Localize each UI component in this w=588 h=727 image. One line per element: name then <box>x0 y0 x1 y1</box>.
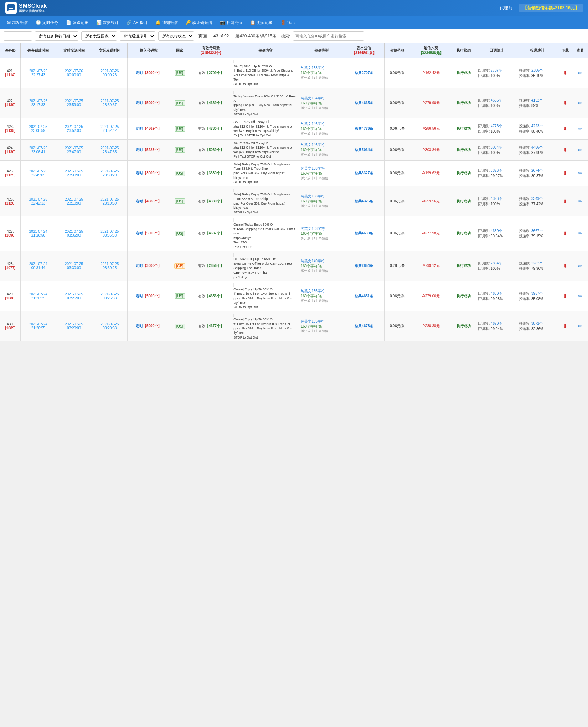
nav-bulk-sms[interactable]: ✉群发短信 <box>4 18 31 27</box>
task-id-link[interactable]: [1125] <box>5 173 15 177</box>
cell-view[interactable]: ✏ <box>573 139 588 160</box>
nav-logout[interactable]: 🚪退出 <box>277 18 299 27</box>
cell-total: 总共2707条 <box>344 58 384 88</box>
cell-download[interactable]: ⬇ <box>558 88 573 118</box>
download-button[interactable]: ⬇ <box>563 198 567 204</box>
cell-msg-content: [ Today Jewelry Enjoy 70% Off $100+ & Fr… <box>232 88 299 118</box>
cell-schedule-time: 2021-07-2523:59:00 <box>56 88 92 118</box>
col-recall: 回调统计 <box>476 43 517 58</box>
search-input[interactable] <box>293 31 364 41</box>
cell-view[interactable]: ✏ <box>573 251 588 281</box>
search-label: 搜索: <box>281 33 290 39</box>
table-row: 421. [1114] 2021-07-2522:27:43 2021-07-2… <box>0 58 588 88</box>
cell-fee: -¥286.56元 <box>411 118 451 139</box>
task-id-link[interactable]: [1089] <box>5 326 15 330</box>
task-id-link[interactable]: [1130] <box>5 150 15 154</box>
cell-valid-nums: 有效【4669个】 <box>190 88 232 118</box>
nav-schedule[interactable]: 🕐定时任务 <box>32 18 62 27</box>
cell-download[interactable]: ⬇ <box>558 281 573 311</box>
task-id-link[interactable]: [1114] <box>5 73 15 77</box>
cell-download[interactable]: ⬇ <box>558 251 573 281</box>
cell-row-num: 424. [1130] <box>0 139 21 160</box>
nav-recharge-records[interactable]: 📋充值记录 <box>247 18 276 27</box>
task-search-input[interactable] <box>4 31 32 41</box>
download-button[interactable]: ⬇ <box>563 70 567 76</box>
download-button[interactable]: ⬇ <box>563 126 567 132</box>
status-filter-select[interactable]: 所有执行状态 <box>158 31 194 41</box>
cell-deliver: 投递数: 4223个 投递率: 88.46% <box>517 118 558 139</box>
header-right: 代理商: 【营销短信余额=3103.16元】 <box>500 4 583 12</box>
task-id-link[interactable]: [1088] <box>5 296 15 300</box>
cell-create-time: 2021-07-2400:31:44 <box>20 251 56 281</box>
view-button[interactable]: ✏ <box>578 293 582 299</box>
channel-filter-select[interactable]: 所有通道序号 <box>120 31 155 41</box>
nav-stats[interactable]: 📊数据统计 <box>93 18 122 27</box>
task-id-link[interactable]: [1077] <box>5 266 15 270</box>
cell-total: 总共5064条 <box>344 139 384 160</box>
download-button[interactable]: ⬇ <box>563 100 567 106</box>
date-filter-select[interactable]: 所有任务执行日期 <box>35 31 78 41</box>
cell-download[interactable]: ⬇ <box>558 160 573 186</box>
cell-status: 执行成功 <box>451 281 476 311</box>
cell-download[interactable]: ⬇ <box>558 139 573 160</box>
download-button[interactable]: ⬇ <box>563 147 567 153</box>
cell-view[interactable]: ✏ <box>573 311 588 341</box>
view-button[interactable]: ✏ <box>578 170 582 176</box>
cell-price: 0.06元/条 <box>384 186 411 216</box>
cell-deliver: 投递数: 3872个 投递率: 82.86% <box>517 311 558 341</box>
country-filter-select[interactable]: 所有发送国家 <box>81 31 117 41</box>
cell-view[interactable]: ✏ <box>573 160 588 186</box>
view-button[interactable]: ✏ <box>578 231 582 236</box>
cell-view[interactable]: ✏ <box>573 118 588 139</box>
view-button[interactable]: ✏ <box>578 100 582 106</box>
cell-status: 执行成功 <box>451 88 476 118</box>
cell-msg-content: [ Sale] Today Enjoy 75% Off. SunglassesF… <box>232 186 299 216</box>
cell-deliver: 投递数: 3957个 投递率: 85.08% <box>517 281 558 311</box>
task-id-link[interactable]: [1135] <box>5 129 15 133</box>
cell-download[interactable]: ⬇ <box>558 118 573 139</box>
nav-verify-sms[interactable]: 🔑验证码短信 <box>182 18 216 27</box>
logo-text: SMSCloak 国际短信营销系统 <box>19 2 47 13</box>
task-id-link[interactable]: [1139] <box>5 103 15 107</box>
cell-recall: 回调数: 2854个 回调率: 100% <box>476 251 517 281</box>
cell-view[interactable]: ✏ <box>573 58 588 88</box>
cell-total: 总共4633条 <box>344 216 384 251</box>
nav-notify-sms[interactable]: 🔔通知短信 <box>152 18 181 27</box>
cell-download[interactable]: ⬇ <box>558 58 573 88</box>
cell-view[interactable]: ✏ <box>573 186 588 216</box>
cell-create-time: 2021-07-2421:20:29 <box>20 281 56 311</box>
cell-view[interactable]: ✏ <box>573 216 588 251</box>
nav-send-records[interactable]: 📄发送记录 <box>62 18 92 27</box>
view-button[interactable]: ✏ <box>578 323 582 329</box>
cell-input-nums: 定时【3000个】 <box>128 251 170 281</box>
cell-download[interactable]: ⬇ <box>558 216 573 251</box>
view-button[interactable]: ✏ <box>578 198 582 204</box>
download-button[interactable]: ⬇ <box>563 323 567 329</box>
col-view: 查看 <box>573 43 588 58</box>
task-id-link[interactable]: [1090] <box>5 233 15 237</box>
balance-info: 【营销短信余额=3103.16元】 <box>519 4 583 12</box>
cell-view[interactable]: ✏ <box>573 88 588 118</box>
cell-msg-type: 纯英文158字符 160个字符/条 拆分成【1】条短信 <box>299 160 344 186</box>
cell-country: [US] <box>170 160 190 186</box>
view-button[interactable]: ✏ <box>578 70 582 76</box>
download-button[interactable]: ⬇ <box>563 170 567 176</box>
download-button[interactable]: ⬇ <box>563 231 567 236</box>
cell-view[interactable]: ✏ <box>573 281 588 311</box>
nav-api[interactable]: 🔗API接口 <box>123 18 151 27</box>
recharge-icon: 📋 <box>250 20 256 25</box>
cell-create-time: 2021-07-2523:17:33 <box>20 88 56 118</box>
view-button[interactable]: ✏ <box>578 263 582 269</box>
cell-schedule-time: 2021-07-2503:20:00 <box>56 311 92 341</box>
download-button[interactable]: ⬇ <box>563 293 567 299</box>
cell-row-num: 429. [1088] <box>0 281 21 311</box>
view-button[interactable]: ✏ <box>578 126 582 132</box>
cell-create-time: 2021-07-2421:26:56 <box>20 216 56 251</box>
task-id-link[interactable]: [1120] <box>5 201 15 205</box>
cell-download[interactable]: ⬇ <box>558 186 573 216</box>
download-button[interactable]: ⬇ <box>563 263 567 269</box>
cell-download[interactable]: ⬇ <box>558 311 573 341</box>
nav-scan-recharge[interactable]: 📷扫码充值 <box>216 18 246 27</box>
view-button[interactable]: ✏ <box>578 147 582 153</box>
agent-label: 代理商: <box>500 5 514 11</box>
